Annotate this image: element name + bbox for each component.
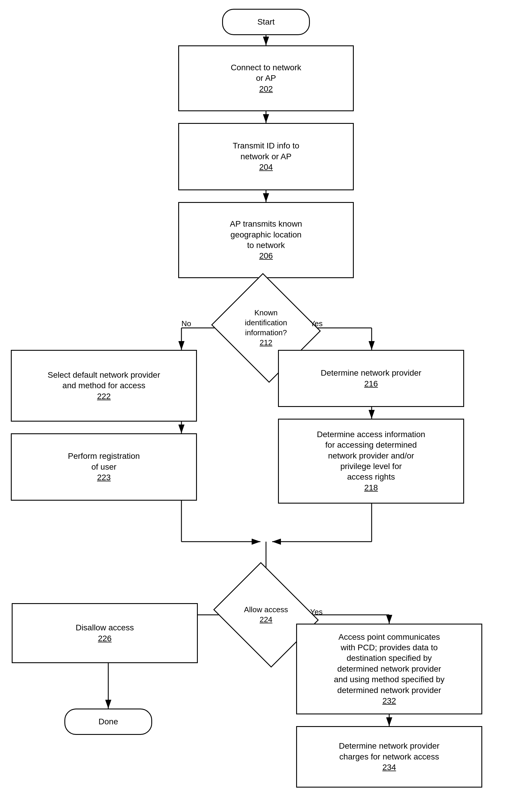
- box232-ref: 232: [382, 696, 396, 705]
- box-204: Transmit ID info tonetwork or AP 204: [178, 123, 354, 190]
- box218-ref: 218: [364, 483, 378, 492]
- start-label: Start: [257, 17, 274, 27]
- box223-text: Perform registrationof user: [68, 451, 140, 472]
- box204-ref: 204: [259, 163, 273, 171]
- done-node: Done: [64, 708, 152, 735]
- diamond212-ref: 212: [260, 338, 272, 347]
- diamond224-text: Allow access: [244, 605, 288, 615]
- yes-label-224: Yes: [310, 608, 322, 617]
- box-234: Determine network providercharges for ne…: [296, 726, 482, 787]
- box-222: Select default network providerand metho…: [11, 350, 197, 422]
- box222-ref: 222: [97, 392, 111, 401]
- box226-text: Disallow access: [76, 623, 134, 633]
- box216-text: Determine network provider: [321, 368, 421, 378]
- box232-text: Access point communicateswith PCD; provi…: [334, 632, 444, 696]
- box226-ref: 226: [98, 634, 112, 643]
- box216-ref: 216: [364, 379, 378, 388]
- diamond212-text: Knownidentificationinformation?: [245, 308, 287, 338]
- box222-text: Select default network providerand metho…: [48, 370, 160, 391]
- box-202: Connect to networkor AP 202: [178, 45, 354, 111]
- box206-ref: 206: [259, 251, 273, 260]
- box-223: Perform registrationof user 223: [11, 433, 197, 501]
- box202-text: Connect to networkor AP: [231, 62, 301, 84]
- box234-ref: 234: [382, 763, 396, 772]
- box204-text: Transmit ID info tonetwork or AP: [233, 141, 299, 162]
- box-232: Access point communicateswith PCD; provi…: [296, 624, 482, 714]
- box-216: Determine network provider 216: [278, 350, 464, 407]
- box223-ref: 223: [97, 473, 111, 482]
- done-label: Done: [99, 717, 118, 727]
- diamond224-ref: 224: [260, 615, 272, 624]
- start-node: Start: [222, 9, 310, 35]
- box-226: Disallow access 226: [12, 603, 198, 663]
- no-label-212: No: [182, 319, 191, 328]
- box-206: AP transmits knowngeographic locationto …: [178, 202, 354, 278]
- box202-ref: 202: [259, 84, 273, 93]
- box234-text: Determine network providercharges for ne…: [339, 741, 439, 762]
- yes-label-212: Yes: [310, 319, 322, 328]
- flowchart: Start Connect to networkor AP 202 Transm…: [0, 0, 532, 799]
- box206-text: AP transmits knowngeographic locationto …: [230, 219, 302, 250]
- box-218: Determine access informationfor accessin…: [278, 419, 464, 504]
- box218-text: Determine access informationfor accessin…: [317, 429, 425, 483]
